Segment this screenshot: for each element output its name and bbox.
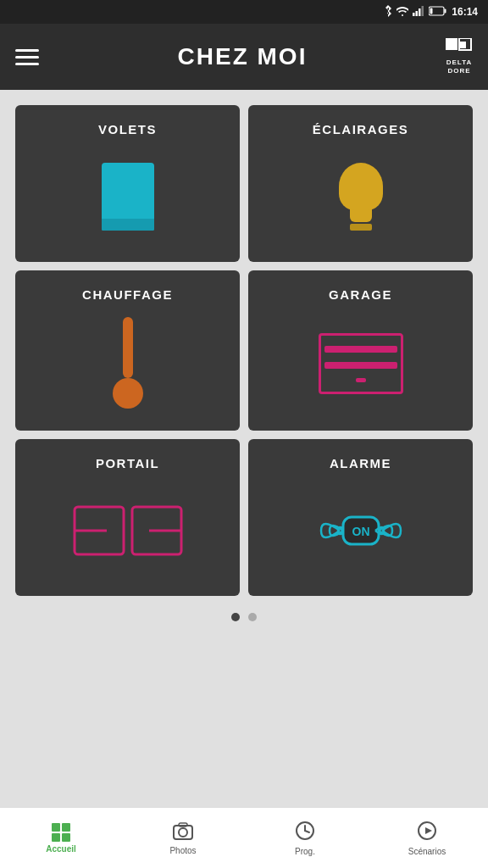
pagination-dot-1[interactable]	[231, 613, 240, 621]
volets-icon-container	[102, 152, 154, 242]
tile-alarme[interactable]: ALARME ON	[248, 439, 473, 596]
svg-rect-3	[422, 6, 424, 16]
tile-volets-label: VOLETS	[98, 122, 157, 136]
bulb-icon	[339, 163, 383, 231]
header: CHEZ MOI DELTA DORE	[0, 24, 488, 90]
svg-rect-5	[445, 9, 446, 14]
nav-photos-label: Photos	[169, 846, 196, 855]
signal-icon	[413, 6, 424, 18]
wifi-icon	[396, 7, 408, 18]
tile-garage[interactable]: GARAGE	[248, 270, 473, 431]
svg-marker-25	[425, 827, 432, 834]
nav-scenarios[interactable]: Scénarios	[366, 808, 488, 868]
svg-line-23	[305, 831, 309, 832]
tile-chauffage[interactable]: CHAUFFAGE	[15, 270, 240, 431]
logo-line1: DELTA	[446, 58, 472, 66]
svg-point-19	[179, 828, 187, 837]
tile-eclairages-label: ÉCLAIRAGES	[313, 122, 408, 136]
status-bar: 16:14	[0, 0, 488, 24]
main-content: VOLETS ÉCLAIRAGES CHAUFFAGE	[0, 90, 488, 807]
play-icon	[417, 821, 437, 844]
bulb-head	[339, 163, 383, 210]
nav-photos[interactable]: Photos	[122, 808, 244, 868]
nav-prog-label: Prog.	[295, 847, 315, 856]
garage-icon-container	[319, 317, 403, 410]
svg-rect-0	[413, 13, 415, 16]
tile-portail[interactable]: PORTAIL	[15, 439, 240, 596]
thermo-icon-container	[109, 317, 147, 410]
bluetooth-icon	[384, 5, 392, 19]
nav-accueil-label: Accueil	[46, 844, 76, 854]
tile-volets[interactable]: VOLETS	[15, 105, 240, 262]
alarme-icon: ON	[306, 505, 416, 556]
tile-alarme-label: ALARME	[330, 456, 391, 470]
svg-text:ON: ON	[352, 525, 369, 538]
clock-icon	[295, 821, 315, 844]
time-display: 16:14	[452, 6, 478, 18]
page-title: CHEZ MOI	[178, 43, 308, 70]
tiles-grid: VOLETS ÉCLAIRAGES CHAUFFAGE	[15, 105, 473, 596]
bottom-nav: Accueil Photos Prog. Sc	[0, 807, 488, 868]
tile-chauffage-label: CHAUFFAGE	[82, 287, 173, 302]
portail-icon-container	[73, 486, 183, 576]
portail-icon	[73, 505, 183, 556]
tile-garage-label: GARAGE	[329, 287, 392, 302]
garage-dot	[356, 378, 366, 382]
tile-eclairages[interactable]: ÉCLAIRAGES	[248, 105, 473, 262]
menu-button[interactable]	[15, 49, 39, 65]
thermometer-icon	[109, 317, 147, 410]
garage-stripe-2	[324, 362, 397, 369]
delta-dore-logo: DELTA DORE	[446, 38, 473, 75]
nav-accueil[interactable]: Accueil	[0, 808, 122, 868]
pagination-dot-2[interactable]	[248, 613, 257, 621]
svg-rect-2	[419, 8, 421, 16]
garage-stripe-1	[324, 346, 397, 353]
tile-portail-label: PORTAIL	[96, 456, 159, 470]
garage-icon	[319, 333, 403, 394]
battery-icon	[429, 6, 447, 18]
svg-rect-9	[459, 42, 466, 48]
svg-rect-10	[123, 317, 133, 378]
bulb-base	[350, 224, 372, 231]
svg-rect-6	[430, 8, 433, 14]
volets-icon	[102, 163, 154, 231]
svg-rect-1	[416, 11, 419, 16]
grid-icon	[52, 823, 70, 842]
camera-icon	[173, 821, 193, 843]
nav-prog[interactable]: Prog.	[244, 808, 366, 868]
svg-rect-7	[446, 38, 458, 50]
pagination	[15, 596, 473, 630]
logo-line2: DORE	[447, 67, 470, 75]
svg-point-11	[113, 378, 143, 409]
status-icons: 16:14	[384, 5, 478, 19]
alarme-icon-container: ON	[306, 486, 416, 576]
bulb-icon-container	[339, 152, 383, 242]
nav-scenarios-label: Scénarios	[408, 847, 446, 856]
